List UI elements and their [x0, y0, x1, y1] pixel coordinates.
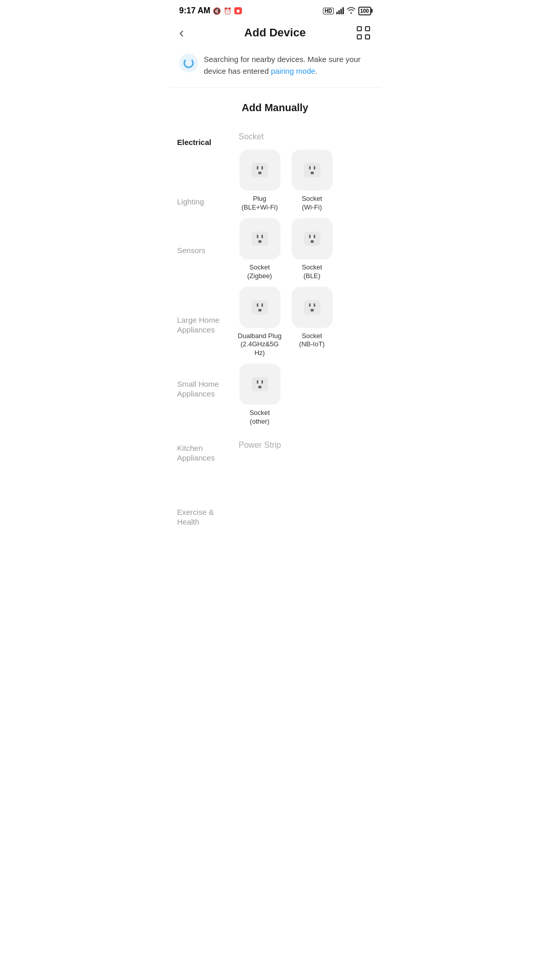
svg-rect-18 — [314, 235, 315, 238]
svg-rect-12 — [252, 232, 268, 246]
socket-wifi-icon — [292, 150, 333, 191]
svg-rect-4 — [252, 163, 268, 177]
device-socket-nbiot[interactable]: Socket(NB-IoT) — [289, 287, 335, 358]
svg-rect-6 — [261, 166, 263, 170]
battery-indicator: 100 — [358, 7, 371, 15]
svg-rect-10 — [314, 166, 315, 170]
power-strip-header: Power Strip — [235, 436, 375, 458]
device-dualband-plug[interactable]: Dualband Plug(2.4GHz&5GHz) — [237, 287, 283, 358]
svg-rect-1 — [365, 27, 370, 31]
svg-rect-2 — [357, 35, 361, 39]
svg-rect-0 — [357, 27, 361, 31]
wifi-icon — [347, 7, 356, 15]
search-info-bar: Searching for nearby devices. Make sure … — [169, 49, 381, 87]
device-socket-ble[interactable]: Socket(BLE) — [289, 218, 335, 281]
searching-spinner — [179, 54, 198, 72]
svg-rect-20 — [252, 300, 268, 315]
page-header: ‹ Add Device — [169, 19, 381, 49]
svg-rect-16 — [304, 232, 320, 246]
plug-ble-wifi-label: Plug(BLE+Wi-Fi) — [241, 195, 278, 212]
dualband-plug-label: Dualband Plug(2.4GHz&5GHz) — [238, 332, 281, 358]
hd-badge: HD — [323, 8, 333, 14]
sidebar-item-exercise[interactable]: Exercise & Health — [177, 498, 231, 536]
socket-other-icon — [239, 364, 280, 405]
page-title: Add Device — [245, 26, 306, 39]
sidebar-item-small-home[interactable]: Small Home Appliances — [177, 370, 231, 408]
svg-rect-31 — [258, 386, 261, 388]
category-sidebar: Electrical Lighting Sensors Large Home A… — [169, 128, 231, 536]
svg-rect-27 — [311, 309, 314, 311]
socket-other-label: Socket(other) — [250, 409, 270, 426]
socket-wifi-label: Socket(Wi-Fi) — [302, 195, 322, 212]
pairing-mode-link[interactable]: pairing mode — [271, 67, 315, 75]
plug-ble-wifi-icon — [239, 150, 280, 191]
status-bar: 9:17 AM 🔇 ⏰ ■ HD 100 — [169, 0, 381, 19]
sidebar-item-electrical[interactable]: Electrical — [177, 128, 231, 157]
dualband-plug-icon — [239, 287, 280, 328]
svg-rect-15 — [258, 240, 261, 243]
devices-content: Socket Plug(BLE+Wi-Fi) — [231, 128, 381, 536]
status-time: 9:17 AM — [179, 6, 211, 15]
device-socket-wifi[interactable]: Socket(Wi-Fi) — [289, 150, 335, 212]
mute-icon: 🔇 — [213, 7, 221, 15]
svg-rect-25 — [309, 303, 311, 307]
svg-rect-21 — [257, 303, 258, 307]
status-right: HD 100 — [323, 7, 371, 15]
add-manually-title: Add Manually — [169, 88, 381, 128]
svg-rect-29 — [257, 380, 258, 384]
main-content: Electrical Lighting Sensors Large Home A… — [169, 128, 381, 557]
device-plug-ble-wifi[interactable]: Plug(BLE+Wi-Fi) — [237, 150, 283, 212]
sidebar-item-large-home[interactable]: Large Home Appliances — [177, 306, 231, 344]
svg-rect-28 — [252, 377, 268, 391]
socket-nbiot-label: Socket(NB-IoT) — [299, 332, 325, 349]
svg-rect-13 — [257, 235, 258, 238]
socket-category: Socket Plug(BLE+Wi-Fi) — [235, 128, 375, 426]
socket-ble-label: Socket(BLE) — [302, 263, 322, 281]
status-left: 9:17 AM 🔇 ⏰ ■ — [179, 6, 242, 15]
svg-rect-26 — [314, 303, 315, 307]
scan-button[interactable] — [352, 26, 371, 40]
device-socket-other[interactable]: Socket(other) — [237, 364, 283, 426]
socket-devices-grid: Plug(BLE+Wi-Fi) Socket(Wi-Fi) — [235, 150, 375, 426]
svg-rect-7 — [258, 172, 261, 174]
svg-rect-30 — [261, 380, 263, 384]
svg-rect-23 — [258, 309, 261, 311]
svg-rect-19 — [311, 240, 314, 243]
device-socket-zigbee[interactable]: Socket(Zigbee) — [237, 218, 283, 281]
svg-rect-11 — [311, 172, 314, 174]
search-status-text: Searching for nearby devices. Make sure … — [204, 54, 371, 77]
svg-rect-3 — [365, 35, 370, 39]
record-icon: ■ — [234, 7, 242, 14]
signal-bars — [336, 7, 344, 14]
back-button[interactable]: ‹ — [179, 25, 198, 41]
svg-rect-5 — [257, 166, 258, 170]
power-strip-category: Power Strip — [235, 436, 375, 458]
sidebar-item-lighting[interactable]: Lighting — [177, 187, 231, 216]
alarm-icon: ⏰ — [223, 7, 232, 15]
socket-nbiot-icon — [292, 287, 333, 328]
sidebar-item-kitchen[interactable]: Kitchen Appliances — [177, 434, 231, 472]
socket-header: Socket — [235, 128, 375, 150]
svg-rect-24 — [304, 300, 320, 315]
socket-ble-icon — [292, 218, 333, 259]
svg-rect-8 — [304, 163, 320, 177]
sidebar-item-sensors[interactable]: Sensors — [177, 236, 231, 265]
socket-zigbee-label: Socket(Zigbee) — [247, 263, 272, 281]
socket-zigbee-icon — [239, 218, 280, 259]
svg-rect-14 — [261, 235, 263, 238]
svg-rect-9 — [309, 166, 311, 170]
svg-rect-22 — [261, 303, 263, 307]
svg-rect-17 — [309, 235, 311, 238]
